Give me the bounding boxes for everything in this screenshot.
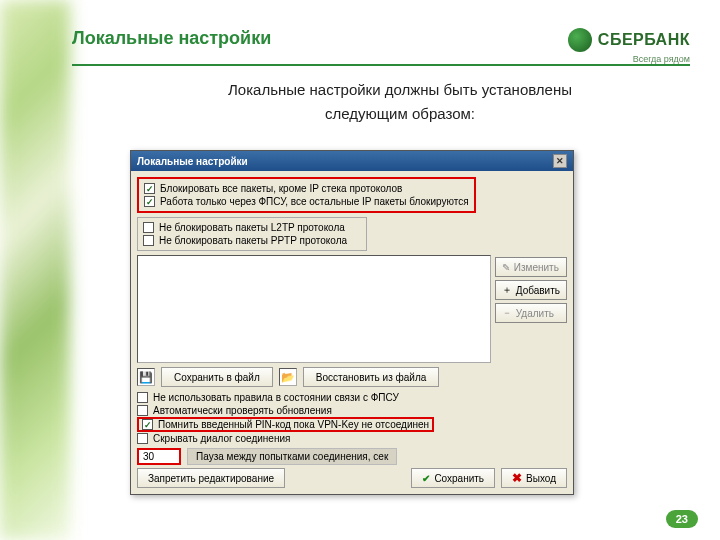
proto-check-group: Не блокировать пакеты L2TP протокола Не … — [137, 217, 367, 251]
save-button[interactable]: ✔ Сохранить — [411, 468, 495, 488]
intro-text: Локальные настройки должны быть установл… — [140, 78, 660, 126]
dialog-titlebar[interactable]: Локальные настройки ✕ — [131, 151, 573, 171]
checkbox-remember-pin[interactable] — [142, 419, 153, 430]
rules-list[interactable] — [137, 255, 491, 363]
label-pptp: Не блокировать пакеты PPTP протокола — [159, 235, 347, 246]
plus-icon: ＋ — [502, 283, 512, 297]
checkbox-fpsu-only[interactable] — [144, 196, 155, 207]
exit-button[interactable]: ✖ Выход — [501, 468, 567, 488]
add-label: Добавить — [516, 285, 560, 296]
pause-label: Пауза между попытками соединения, сек — [187, 448, 397, 465]
checkbox-block-all[interactable] — [144, 183, 155, 194]
sberbank-icon — [568, 28, 592, 52]
x-icon: ✖ — [512, 471, 522, 485]
label-fpsu-only: Работа только через ФПСУ, все остальные … — [160, 196, 469, 207]
label-remember-pin: Помнить введенный PIN-код пока VPN-Key н… — [158, 419, 429, 430]
save-to-file-button[interactable]: Сохранить в файл — [161, 367, 273, 387]
edit-icon: ✎ — [502, 262, 510, 273]
settings-dialog: Локальные настройки ✕ Блокировать все па… — [130, 150, 574, 495]
decorative-background — [0, 0, 70, 540]
dialog-title: Локальные настройки — [137, 156, 248, 167]
folder-open-icon: 📂 — [279, 368, 297, 386]
forbid-edit-button[interactable]: Запретить редактирование — [137, 468, 285, 488]
header-divider — [72, 64, 690, 66]
brand-tagline: Всегда рядом — [568, 54, 690, 64]
brand-name: СБЕРБАНК — [598, 31, 690, 49]
label-hide-conn: Скрывать диалог соединения — [153, 433, 290, 444]
top-check-group: Блокировать все пакеты, кроме IP стека п… — [137, 177, 476, 213]
edit-button[interactable]: ✎ Изменить — [495, 257, 567, 277]
pause-input[interactable]: 30 — [137, 448, 181, 465]
intro-line-2: следующим образом: — [140, 102, 660, 126]
label-block-all: Блокировать все пакеты, кроме IP стека п… — [160, 183, 402, 194]
restore-from-file-button[interactable]: Восстановить из файла — [303, 367, 440, 387]
checkbox-pptp[interactable] — [143, 235, 154, 246]
page-title: Локальные настройки — [72, 28, 271, 49]
checkbox-auto-check[interactable] — [137, 405, 148, 416]
checkbox-hide-conn[interactable] — [137, 433, 148, 444]
page-number: 23 — [666, 510, 698, 528]
checkbox-l2tp[interactable] — [143, 222, 154, 233]
delete-label: Удалить — [516, 308, 554, 319]
label-no-rules-fpsu: Не использовать правила в состоянии связ… — [153, 392, 399, 403]
edit-label: Изменить — [514, 262, 559, 273]
brand-logo: СБЕРБАНК Всегда рядом — [568, 28, 690, 64]
lower-check-group: Не использовать правила в состоянии связ… — [137, 391, 567, 445]
minus-icon: － — [502, 306, 512, 320]
checkbox-no-rules-fpsu[interactable] — [137, 392, 148, 403]
label-l2tp: Не блокировать пакеты L2TP протокола — [159, 222, 345, 233]
disk-icon: 💾 — [137, 368, 155, 386]
intro-line-1: Локальные настройки должны быть установл… — [140, 78, 660, 102]
add-button[interactable]: ＋ Добавить — [495, 280, 567, 300]
close-button[interactable]: ✕ — [553, 154, 567, 168]
check-icon: ✔ — [422, 473, 430, 484]
label-auto-check: Автоматически проверять обновления — [153, 405, 332, 416]
delete-button[interactable]: － Удалить — [495, 303, 567, 323]
